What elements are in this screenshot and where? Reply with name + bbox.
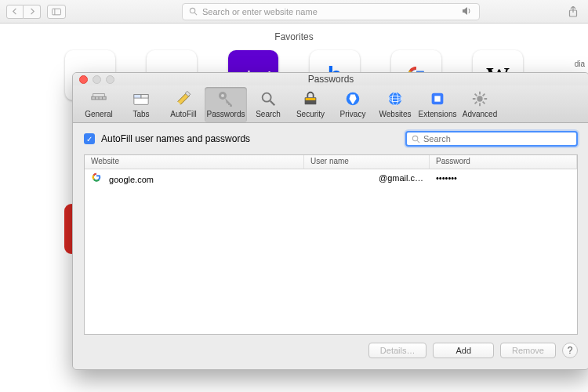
svg-line-33 bbox=[483, 102, 485, 104]
svg-line-32 bbox=[475, 94, 477, 96]
advanced-icon bbox=[470, 89, 490, 109]
search-icon bbox=[412, 135, 420, 143]
svg-line-3 bbox=[194, 13, 197, 15]
svg-rect-26 bbox=[434, 96, 440, 101]
address-bar[interactable]: Search or enter website name bbox=[182, 3, 480, 20]
password-list-header[interactable]: Website User name Password bbox=[85, 155, 577, 169]
password-search-input[interactable] bbox=[423, 134, 572, 143]
svg-rect-11 bbox=[134, 95, 141, 99]
add-button[interactable]: Add bbox=[433, 343, 494, 358]
svg-line-35 bbox=[483, 94, 485, 96]
pref-tab-label: Tabs bbox=[132, 110, 149, 118]
autofill-icon bbox=[173, 89, 194, 109]
pref-tab-label: AutoFill bbox=[170, 110, 196, 118]
autofill-option-row: ✓ AutoFill user names and passwords bbox=[73, 123, 588, 154]
svg-point-2 bbox=[190, 8, 194, 13]
pref-tab-label: Security bbox=[296, 110, 325, 118]
back-button[interactable] bbox=[6, 5, 24, 19]
search-tab-icon bbox=[258, 89, 278, 109]
address-placeholder: Search or enter website name bbox=[202, 7, 318, 16]
passwords-icon bbox=[216, 89, 236, 109]
nav-buttons bbox=[6, 5, 41, 19]
preferences-titlebar[interactable]: Passwords bbox=[73, 73, 588, 85]
svg-line-17 bbox=[270, 101, 275, 106]
privacy-icon bbox=[343, 89, 363, 109]
pref-tab-label: General bbox=[85, 110, 113, 118]
svg-point-36 bbox=[412, 136, 417, 140]
help-button[interactable]: ? bbox=[562, 343, 578, 358]
remove-button[interactable]: Remove bbox=[500, 343, 556, 358]
pref-tab-websites[interactable]: Websites bbox=[374, 87, 416, 122]
extensions-icon bbox=[427, 89, 448, 109]
svg-point-27 bbox=[477, 96, 482, 101]
pref-tab-search[interactable]: Search bbox=[247, 87, 289, 122]
pref-tab-label: Advanced bbox=[463, 110, 497, 118]
favorites-heading: Favorites bbox=[0, 31, 588, 42]
pref-tab-passwords[interactable]: Passwords bbox=[205, 87, 247, 122]
password-row[interactable]: google.com @gmail.c… ••••••• bbox=[85, 169, 577, 187]
sidebar-toggle-button[interactable] bbox=[47, 5, 66, 19]
pref-tab-advanced[interactable]: Advanced bbox=[459, 87, 501, 122]
column-header-website[interactable]: Website bbox=[85, 155, 304, 169]
svg-point-15 bbox=[221, 94, 224, 97]
tabs-icon bbox=[131, 89, 151, 109]
pref-tab-general[interactable]: General bbox=[78, 87, 120, 122]
share-button[interactable] bbox=[564, 5, 582, 19]
svg-rect-6 bbox=[93, 94, 105, 97]
password-list: Website User name Password google.com @g… bbox=[84, 154, 578, 335]
pref-tab-security[interactable]: Security bbox=[289, 87, 332, 122]
svg-rect-0 bbox=[52, 9, 60, 15]
pref-tab-label: Websites bbox=[379, 110, 412, 118]
pref-tab-privacy[interactable]: Privacy bbox=[332, 87, 374, 122]
general-icon bbox=[89, 89, 109, 109]
preferences-footer: Details… Add Remove ? bbox=[73, 335, 588, 369]
websites-icon bbox=[385, 89, 405, 109]
autofill-checkbox[interactable]: ✓ bbox=[84, 133, 95, 144]
speaker-icon[interactable] bbox=[462, 6, 473, 17]
svg-line-37 bbox=[417, 140, 419, 143]
google-favicon bbox=[91, 172, 102, 183]
preferences-body: ✓ AutoFill user names and passwords Webs… bbox=[73, 123, 588, 369]
search-icon bbox=[189, 7, 198, 16]
pref-tab-label: Privacy bbox=[340, 110, 366, 118]
details-button[interactable]: Details… bbox=[368, 343, 427, 358]
preferences-toolbar: General Tabs AutoFill Passwords Search S… bbox=[73, 85, 588, 123]
autofill-checkbox-label: AutoFill user names and passwords bbox=[101, 133, 250, 144]
column-header-username[interactable]: User name bbox=[304, 155, 430, 169]
svg-line-34 bbox=[475, 102, 477, 104]
svg-rect-12 bbox=[141, 95, 148, 99]
svg-point-16 bbox=[263, 93, 271, 102]
safari-toolbar: Search or enter website name bbox=[0, 0, 588, 24]
row-password: ••••••• bbox=[430, 173, 577, 183]
row-website: google.com bbox=[85, 172, 304, 184]
pref-tab-extensions[interactable]: Extensions bbox=[416, 87, 459, 122]
preferences-title: Passwords bbox=[73, 74, 588, 85]
svg-rect-19 bbox=[306, 98, 316, 100]
password-search-field[interactable] bbox=[405, 131, 578, 147]
column-header-password[interactable]: Password bbox=[430, 155, 577, 169]
pref-tab-label: Extensions bbox=[419, 110, 457, 118]
pref-tab-label: Passwords bbox=[207, 110, 245, 118]
pref-tab-label: Search bbox=[256, 110, 281, 118]
partial-label-dia: dia bbox=[575, 60, 585, 68]
forward-button[interactable] bbox=[24, 5, 41, 19]
row-website-text: google.com bbox=[109, 175, 154, 184]
security-icon bbox=[300, 89, 321, 109]
pref-tab-autofill[interactable]: AutoFill bbox=[162, 87, 205, 122]
pref-tab-tabs[interactable]: Tabs bbox=[120, 87, 162, 122]
preferences-window: Passwords General Tabs AutoFill Password… bbox=[72, 72, 588, 370]
row-username: @gmail.c… bbox=[304, 173, 430, 183]
